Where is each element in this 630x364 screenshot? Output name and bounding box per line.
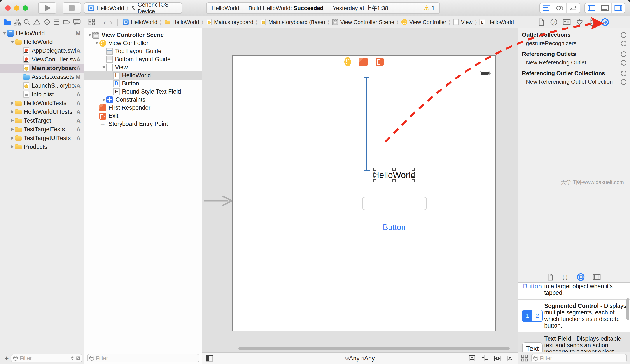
inspector-row[interactable]: Referencing Outlet Collections — [518, 68, 630, 77]
recent-files-clock-icon[interactable] — [71, 356, 74, 361]
disclosure-triangle-icon[interactable] — [10, 102, 15, 105]
outline-row[interactable]: First Responder — [84, 104, 202, 112]
disclosure-triangle-icon[interactable] — [10, 119, 15, 122]
outline-row[interactable]: Top Layout Guide — [84, 47, 202, 55]
media-library-icon[interactable] — [592, 274, 601, 281]
file-tree-row[interactable]: TestTargetUITests A — [0, 134, 84, 143]
file-tree-row[interactable]: Products — [0, 143, 84, 151]
disclosure-triangle-icon[interactable] — [10, 128, 15, 131]
version-editor-button[interactable] — [566, 3, 580, 13]
align-icon[interactable] — [481, 355, 488, 362]
connection-well-icon[interactable] — [621, 51, 626, 57]
outline-row[interactable]: F Round Style Text Field — [84, 88, 202, 96]
warning-indicator[interactable]: ⚠ 1 — [424, 4, 435, 11]
pin-constraints-icon[interactable] — [494, 355, 501, 362]
breadcrumb-item[interactable]: View ⟩ — [453, 18, 479, 25]
selection-handle[interactable] — [373, 179, 376, 182]
outline-row[interactable]: View — [84, 63, 202, 71]
file-template-library-icon[interactable] — [547, 273, 554, 281]
first-responder-icon[interactable] — [359, 58, 368, 66]
file-tree-row[interactable]: TestTarget A — [0, 116, 84, 125]
report-navigator-icon[interactable] — [73, 18, 81, 26]
breadcrumb-item[interactable]: Main.storyboard (Base) ⟩ — [260, 18, 332, 25]
disclosure-triangle-icon[interactable] — [102, 66, 106, 69]
file-tree-row[interactable]: AppDelegate.swift A — [0, 46, 84, 55]
add-button[interactable]: + — [4, 354, 9, 363]
disclosure-triangle-icon[interactable] — [10, 41, 15, 43]
selection-handle[interactable] — [392, 179, 396, 182]
connection-well-icon[interactable] — [621, 32, 626, 38]
minimize-window-button[interactable] — [14, 5, 19, 11]
connection-well-icon[interactable] — [621, 41, 626, 46]
disclosure-triangle-icon[interactable] — [94, 42, 99, 44]
inspector-row[interactable]: New Referencing Outlet — [518, 58, 630, 68]
resolve-autolayout-icon[interactable] — [506, 355, 514, 362]
canvas-text-field[interactable] — [362, 197, 427, 210]
outline-filter-field[interactable] — [87, 354, 199, 362]
zoom-window-button[interactable] — [23, 5, 28, 11]
library-scrollbar[interactable] — [626, 298, 629, 320]
symbol-navigator-icon[interactable] — [14, 18, 21, 26]
close-window-button[interactable] — [5, 5, 10, 11]
connections-inspector-icon[interactable] — [601, 18, 610, 26]
outline-row[interactable]: Bottom Layout Guide — [84, 55, 202, 63]
connection-well-icon[interactable] — [621, 79, 626, 85]
outline-row[interactable]: Exit — [84, 112, 202, 120]
library-filter-input[interactable] — [540, 355, 625, 361]
issue-navigator-icon[interactable] — [33, 18, 41, 26]
breakpoint-navigator-icon[interactable] — [62, 18, 70, 26]
attributes-inspector-icon[interactable] — [576, 18, 584, 26]
outline-row[interactable]: L HelloWorld — [84, 71, 202, 80]
selection-handle[interactable] — [392, 168, 396, 171]
run-button[interactable] — [38, 2, 56, 14]
disclosure-triangle-icon[interactable] — [102, 98, 106, 101]
disclosure-triangle-icon[interactable] — [10, 110, 15, 113]
file-tree-row[interactable]: HelloWorldUITests A — [0, 108, 84, 116]
breadcrumb-item[interactable]: HelloWorld ⟩ — [122, 18, 164, 25]
connection-well-icon[interactable] — [621, 60, 626, 66]
selection-handle[interactable] — [373, 168, 376, 171]
stop-button[interactable] — [62, 2, 81, 14]
file-tree-row[interactable]: LaunchS...oryboard A — [0, 81, 84, 90]
find-navigator-icon[interactable] — [23, 18, 30, 26]
outline-row[interactable]: B Button — [84, 80, 202, 88]
debug-navigator-icon[interactable] — [53, 18, 60, 26]
outline-row[interactable]: View Controller — [84, 39, 202, 47]
library-item[interactable]: 12 Segmented Control - Displays multiple… — [518, 300, 630, 332]
selection-handle[interactable] — [373, 173, 376, 177]
inspector-row[interactable]: Referencing Outlets — [518, 49, 630, 58]
outline-row[interactable]: Storyboard Entry Point — [84, 120, 202, 128]
go-back-button[interactable]: ‹ — [101, 18, 108, 26]
go-forward-button[interactable]: › — [108, 18, 114, 26]
inspector-row[interactable]: gestureRecognizers — [518, 39, 630, 49]
outline-row[interactable]: Constraints — [84, 96, 202, 104]
view-controller-icon[interactable] — [344, 57, 351, 66]
unsaved-files-icon[interactable] — [76, 356, 80, 361]
library-item[interactable]: Text Text Field - Displays editable text… — [518, 332, 630, 352]
inspector-row[interactable]: New Referencing Outlet Collection — [518, 77, 630, 87]
toggle-navigator-button[interactable] — [585, 3, 598, 13]
navigator-filter-input[interactable] — [20, 355, 69, 361]
scheme-selector[interactable]: HelloWorld ⟩ Generic iOS Device — [84, 2, 182, 14]
related-items-icon[interactable] — [88, 18, 96, 26]
file-tree-row[interactable]: ViewCon...ller.swift A — [0, 55, 84, 64]
file-tree-row[interactable]: HelloWorldTests A — [0, 99, 84, 108]
breadcrumb-item[interactable]: Main.storyboard ⟩ — [206, 18, 260, 25]
breadcrumb-item[interactable]: View Controller Scene ⟩ — [332, 18, 401, 25]
selection-handle[interactable] — [412, 179, 415, 182]
view-controller-frame[interactable]: HelloWorld Button — [232, 55, 496, 331]
library-grid-view-icon[interactable] — [520, 354, 528, 362]
file-inspector-icon[interactable] — [538, 18, 545, 26]
canvas-horizontal-scrollbar[interactable] — [238, 347, 510, 350]
file-tree-row[interactable]: Assets.xcassets M — [0, 73, 84, 81]
file-tree-row[interactable]: TestTargetTests A — [0, 125, 84, 134]
embed-in-stack-icon[interactable] — [468, 355, 476, 362]
file-tree-row[interactable]: Info.plist A — [0, 90, 84, 99]
toggle-inspector-button[interactable] — [612, 3, 625, 13]
standard-editor-button[interactable] — [540, 3, 553, 13]
toggle-document-outline-icon[interactable] — [206, 355, 213, 362]
library-filter-field[interactable] — [531, 354, 627, 362]
breadcrumb-item[interactable]: L HelloWorld ⟩ — [479, 18, 514, 25]
canvas-button[interactable]: Button — [376, 223, 413, 232]
storyboard-canvas[interactable]: HelloWorld Button wAny hAny — [202, 28, 518, 364]
